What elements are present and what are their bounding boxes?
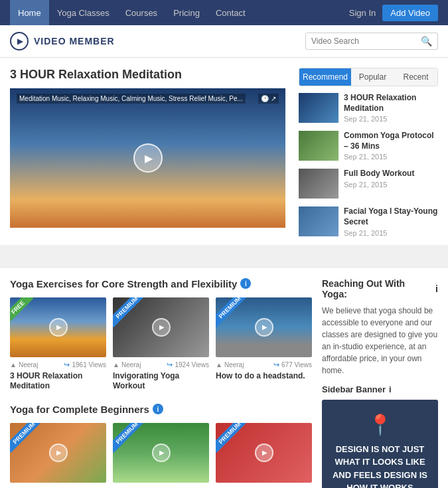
rec-date-0: Sep 21, 2015 <box>344 115 438 123</box>
banner-info-icon[interactable]: i <box>389 384 392 394</box>
reaching-text: We believe that yoga should be accessibl… <box>322 305 438 376</box>
reaching-info-icon[interactable]: i <box>435 284 438 294</box>
views-2: ↪ 677 Views <box>273 361 312 369</box>
nav-items: Home Yoga Classes Courses Pricing Contac… <box>10 0 349 25</box>
badge-label-1: PREMIUM <box>113 297 146 327</box>
rec-title-2: Full Body Workout <box>344 169 414 179</box>
section2-info-icon[interactable]: i <box>153 404 163 414</box>
rec-info-0: 3 HOUR Relaxation Meditation Sep 21, 201… <box>344 93 438 123</box>
nav-item-pricing[interactable]: Pricing <box>165 0 208 25</box>
rec-title-0: 3 HOUR Relaxation Meditation <box>344 93 438 114</box>
video-thumb-4[interactable]: PREMIUM <box>113 423 209 483</box>
video-caption: Meditation Music, Relaxing Music, Calmin… <box>17 94 279 104</box>
sidebar-banner: 📍 DESIGN IS NOT JUST WHAT IT LOOKS LIKE … <box>322 400 438 488</box>
rec-thumb-2 <box>299 169 338 199</box>
rec-item-1[interactable]: Common Yoga Protocol – 36 Mins Sep 21, 2… <box>299 131 438 161</box>
featured-play-button[interactable] <box>133 143 163 173</box>
featured-left: 3 HOUR Relaxation Meditation Meditation … <box>10 68 285 245</box>
rec-thumb-0 <box>299 93 338 123</box>
section2-title: Yoga for Complete Beginners i <box>10 404 312 415</box>
person-icon-2: ▲ <box>216 361 222 368</box>
main-content: 3 HOUR Relaxation Meditation Meditation … <box>0 58 448 245</box>
rec-date-3: Sep 21, 2015 <box>344 229 438 237</box>
video-thumb-3[interactable]: PREMIUM <box>10 423 106 483</box>
banner-location-icon: 📍 <box>332 413 428 436</box>
reaching-title: Reaching Out With Yoga: i <box>322 278 438 299</box>
badge-label-5: PREMIUM <box>216 423 249 453</box>
video-card-5: PREMIUM <box>216 423 312 483</box>
person-icon-0: ▲ <box>10 361 17 368</box>
sign-in-link[interactable]: Sign In <box>349 8 376 18</box>
nav-item-home[interactable]: Home <box>10 0 49 25</box>
search-input[interactable] <box>311 37 421 46</box>
rec-info-1: Common Yoga Protocol – 36 Mins Sep 21, 2… <box>344 131 438 161</box>
video-thumb-5[interactable]: PREMIUM <box>216 423 312 483</box>
badge-5: PREMIUM <box>216 423 249 456</box>
rec-item-0[interactable]: 3 HOUR Relaxation Meditation Sep 21, 201… <box>299 93 438 123</box>
video-card-0: FREE ▲ Neeraj ↪ 1961 Views 3 HOUR Relaxa… <box>10 297 106 392</box>
video-thumb-2[interactable]: PREMIUM <box>216 297 312 357</box>
arrow-icon-2: ↪ <box>273 361 279 369</box>
tab-bar: Recommend Popular Recent <box>299 68 438 86</box>
add-video-button[interactable]: Add Video <box>382 5 438 21</box>
featured-title: 3 HOUR Relaxation Meditation <box>10 68 285 82</box>
play-btn-2[interactable] <box>255 318 273 337</box>
video-thumb-1[interactable]: PREMIUM <box>113 297 209 357</box>
rec-item-2[interactable]: Full Body Workout Sep 21, 2015 <box>299 169 438 199</box>
sidebar-banner-title: Sidebar Banner i <box>322 384 438 394</box>
logo: VIDEO MEMBER <box>10 32 115 50</box>
nav-item-courses[interactable]: Courses <box>117 0 165 25</box>
navbar: Home Yoga Classes Courses Pricing Contac… <box>0 0 448 25</box>
badge-4: PREMIUM <box>113 423 146 456</box>
section-separator <box>0 258 448 268</box>
arrow-icon-1: ↪ <box>167 361 173 369</box>
play-btn-5[interactable] <box>255 444 273 462</box>
badge-label-2: PREMIUM <box>216 297 249 327</box>
rec-date-1: Sep 21, 2015 <box>344 153 438 161</box>
section1-info-icon[interactable]: i <box>240 278 251 289</box>
card-meta-2: ▲ Neeraj ↪ 677 Views <box>216 361 312 369</box>
search-box: 🔍 <box>305 33 438 50</box>
card-title-0: 3 HOUR Relaxation Meditation <box>10 371 106 392</box>
badge-0: FREE <box>10 297 43 331</box>
tab-recent[interactable]: Recent <box>394 68 437 86</box>
nav-item-yoga-classes[interactable]: Yoga Classes <box>49 0 117 25</box>
search-icon: 🔍 <box>421 36 432 46</box>
tab-recommend[interactable]: Recommend <box>299 68 351 86</box>
badge-1: PREMIUM <box>113 297 146 331</box>
views-0: ↪ 1961 Views <box>64 361 106 369</box>
author-1: ▲ Neeraj <box>113 361 141 369</box>
rec-thumb-3 <box>299 206 338 236</box>
nav-item-contact[interactable]: Contact <box>208 0 254 25</box>
video-icons: 🕐 ↗ <box>258 94 279 104</box>
rec-title-1: Common Yoga Protocol – 36 Mins <box>344 131 438 151</box>
views-1: ↪ 1924 Views <box>167 361 209 369</box>
play-btn-4[interactable] <box>152 444 171 462</box>
lower-content: Yoga Exercises for Core Strength and Fle… <box>0 268 448 488</box>
tab-popular[interactable]: Popular <box>351 68 394 86</box>
author-2: ▲ Neeraj <box>216 361 244 369</box>
lower-right: Reaching Out With Yoga: i We believe tha… <box>322 278 438 488</box>
video-card-2: PREMIUM ▲ Neeraj ↪ 677 Views How to do a… <box>216 297 312 392</box>
video-card-1: PREMIUM ▲ Neeraj ↪ 1924 Views Invigorati… <box>113 297 209 392</box>
video-card-3: PREMIUM <box>10 423 106 483</box>
nav-right: Sign In Add Video <box>349 5 438 21</box>
play-btn-1[interactable] <box>152 318 171 337</box>
rec-item-3[interactable]: Facial Yoga I Stay-Young Secret Sep 21, … <box>299 206 438 236</box>
logo-play-icon <box>10 32 29 50</box>
banner-text: DESIGN IS NOT JUST WHAT IT LOOKS LIKE AN… <box>332 443 428 488</box>
section1-video-grid: FREE ▲ Neeraj ↪ 1961 Views 3 HOUR Relaxa… <box>10 297 312 392</box>
video-card-4: PREMIUM <box>113 423 209 483</box>
header-bar: VIDEO MEMBER 🔍 <box>0 25 448 58</box>
featured-video-player[interactable]: Meditation Music, Relaxing Music, Calmin… <box>10 88 285 228</box>
badge-label-4: PREMIUM <box>113 423 146 453</box>
video-thumb-0[interactable]: FREE <box>10 297 106 357</box>
rec-info-3: Facial Yoga I Stay-Young Secret Sep 21, … <box>344 206 438 236</box>
play-btn-3[interactable] <box>49 444 68 462</box>
badge-2: PREMIUM <box>216 297 249 331</box>
badge-3: PREMIUM <box>10 423 43 456</box>
play-btn-0[interactable] <box>49 318 68 337</box>
card-title-2: How to do a headstand. <box>216 371 312 382</box>
card-meta-1: ▲ Neeraj ↪ 1924 Views <box>113 361 209 369</box>
rec-title-3: Facial Yoga I Stay-Young Secret <box>344 206 438 227</box>
